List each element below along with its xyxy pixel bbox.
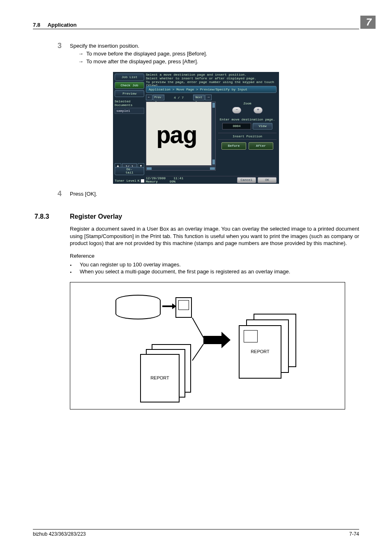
footer-left: bizhub 423/363/283/223	[33, 531, 86, 537]
zoom-label: Zoom	[218, 102, 277, 105]
chapter-tab: 7	[360, 16, 376, 29]
detail-button[interactable]: De- tail	[115, 167, 144, 176]
next-arrow-icon[interactable]: →	[205, 95, 212, 100]
zoom-in-button[interactable]: +	[254, 107, 263, 113]
step-sub-bullet: → To move before the displayed page, pre…	[78, 51, 359, 57]
next-page-button[interactable]: Next Page	[193, 95, 205, 100]
vertical-scrollbar[interactable]	[212, 102, 216, 166]
after-button[interactable]: After	[249, 142, 273, 150]
report-label: REPORT	[240, 349, 281, 354]
status-datetime: 12/29/2009 11:41 Memory 99%	[146, 177, 183, 183]
section-heading: 7.8.3 Register Overlay	[33, 213, 359, 220]
breadcrumb: Application > Move Page > Preview/Specif…	[146, 86, 277, 93]
document-item[interactable]: sample1	[115, 108, 144, 114]
footer-right: 7-74	[349, 531, 359, 537]
ok-button[interactable]: OK	[258, 177, 277, 183]
selected-documents-label: Selected Documents	[115, 99, 144, 107]
reference-bullet: When you select a multi-page document, t…	[70, 268, 359, 275]
scroll-down-icon[interactable]	[212, 160, 215, 164]
toner-label: Toner Level	[115, 179, 136, 183]
section-paragraph: Register a document saved in a User Box …	[70, 225, 359, 247]
bullet-icon	[70, 268, 80, 275]
section-number: 7.8.3	[33, 213, 70, 220]
svg-line-1	[192, 344, 203, 361]
page-footer: bizhub 423/363/283/223 7-74	[33, 529, 359, 537]
step-sub-bullet: → To move after the displayed page, pres…	[78, 58, 359, 65]
toner-bar-icon	[141, 179, 144, 183]
preview-button[interactable]: Preview	[115, 90, 144, 97]
enter-destination-label: Enter move destination page.	[218, 118, 277, 121]
job-list-button[interactable]: Job List	[115, 74, 144, 81]
zoom-out-button[interactable]: −	[232, 107, 241, 113]
section-title: Register Overlay	[70, 213, 122, 220]
step-text: Press [OK].	[70, 191, 359, 197]
toner-letter: K	[138, 179, 140, 183]
source-document-stack: REPORT	[140, 344, 194, 402]
step-number: 3	[33, 42, 70, 66]
result-document-stack: REPORT	[239, 314, 300, 379]
step-number: 4	[33, 190, 70, 198]
report-label: REPORT	[141, 375, 179, 380]
step-text: Specify the insertion position.	[70, 43, 359, 49]
bullet-text: To move before the displayed page, press…	[86, 51, 359, 57]
bullet-icon	[70, 261, 80, 268]
overlay-applied-icon	[244, 330, 258, 342]
overlay-diagram: REPORT REPORT	[70, 282, 345, 409]
svg-line-0	[192, 318, 203, 338]
bullet-text: To move after the displayed page, press …	[86, 58, 359, 65]
cancel-button[interactable]: Cancel	[237, 177, 256, 183]
step-3: 3 Specify the insertion position. → To m…	[33, 42, 359, 66]
connector-lines-icon	[70, 282, 346, 410]
arrow-icon: →	[78, 58, 86, 65]
bullet-text: You can register up to 100 overlay image…	[80, 261, 181, 268]
destination-page-field[interactable]: 0004	[222, 123, 251, 130]
panel-screenshot: Job List Check Job Preview Selected Docu…	[113, 72, 279, 184]
header-section-title: Application	[48, 22, 77, 28]
bullet-text: When you select a multi-page document, t…	[80, 268, 290, 275]
page-header: 7.8 Application 7	[33, 16, 359, 29]
toner-level: Toner Level K	[115, 179, 144, 183]
insert-position-label: Insert Position	[218, 133, 277, 140]
scroll-left-icon[interactable]	[147, 167, 152, 170]
header-left: 7.8 Application	[33, 22, 76, 28]
reference-bullet: You can register up to 100 overlay image…	[70, 261, 359, 268]
before-button[interactable]: Before	[221, 142, 246, 150]
arrow-icon: →	[78, 51, 86, 57]
step-4: 4 Press [OK].	[33, 190, 359, 198]
header-section-num: 7.8	[33, 22, 40, 28]
page-indicator: 4 / 7	[165, 96, 193, 99]
check-job-button[interactable]: Check Job	[115, 82, 144, 89]
page-preview: pag	[146, 102, 212, 166]
preview-content-text: pag	[156, 123, 196, 150]
reference-label: Reference	[70, 253, 359, 259]
view-button[interactable]: View	[253, 123, 272, 130]
horizontal-scrollbar[interactable]	[146, 166, 216, 171]
panel-instructions: Select a move destination page and inser…	[146, 73, 277, 88]
scroll-right-icon[interactable]	[210, 167, 215, 170]
preview-nav-bar: ← Prev. Page 4 / 7 Next Page →	[146, 94, 212, 101]
scroll-up-icon[interactable]	[212, 103, 215, 108]
prev-page-button[interactable]: Prev. Page	[153, 95, 164, 100]
prev-arrow-icon[interactable]: ←	[146, 95, 152, 100]
